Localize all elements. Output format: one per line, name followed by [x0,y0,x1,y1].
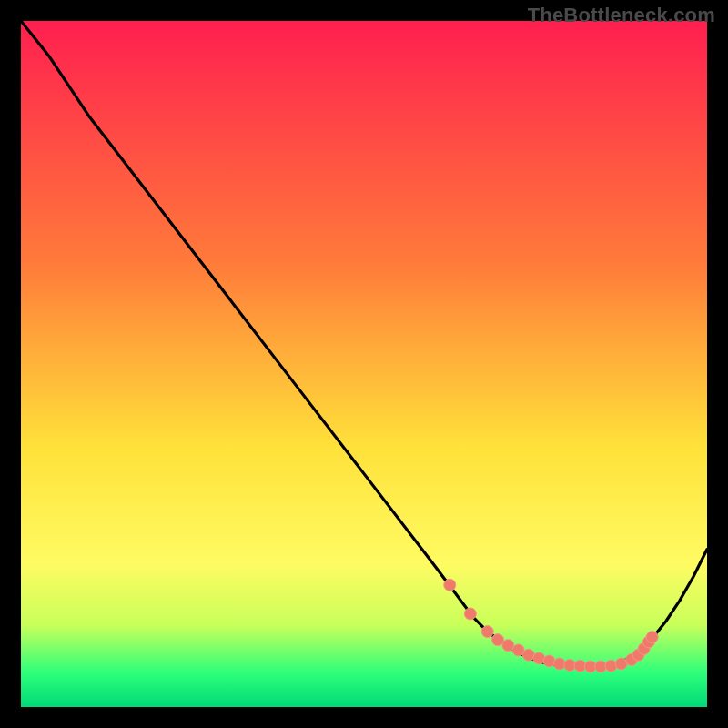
curve-marker [444,579,456,591]
curve-markers [444,579,658,672]
chart-curve-layer [21,21,707,707]
curve-marker [646,632,658,643]
curve-marker [464,608,476,620]
chart-area [21,21,707,707]
curve-marker [605,660,617,672]
watermark-text: TheBottleneck.com [528,4,715,27]
bottleneck-curve [21,21,707,667]
curve-marker [481,626,493,638]
